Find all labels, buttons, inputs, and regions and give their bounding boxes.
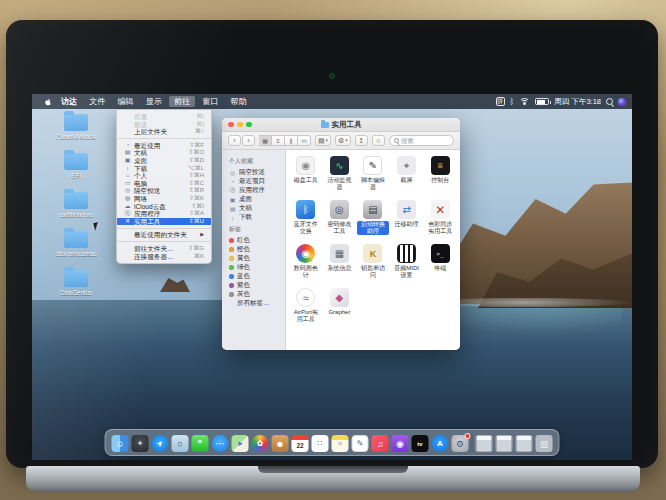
music-dock-icon[interactable]: ♫ [372,435,389,452]
launchpad-dock-icon[interactable]: ✦ [132,435,149,452]
reminders-dock-icon[interactable]: ∷ [312,435,329,452]
sidebar-item[interactable]: ↓ 下载 [229,213,285,222]
go-menu-item[interactable]: 后退 ⌘[ [117,113,211,121]
screenshot-icon[interactable]: ⌖ [397,156,416,175]
forward-button[interactable]: › [242,135,255,146]
go-menu-item[interactable]: 连接服务器… ⌘K [117,253,211,261]
contacts-dock-icon[interactable]: ☻ [272,435,289,452]
menu-bar-item[interactable]: 帮助 [225,96,251,107]
app-item[interactable]: 音频MIDI设置 [391,244,423,279]
go-menu-item[interactable]: 上层文件夹 ⌘↑ [117,128,211,136]
colorsync-utility-icon[interactable]: ✕ [431,200,450,219]
sidebar-item[interactable]: ◎ 隔空投送 [229,168,285,177]
app-item[interactable]: ▦ 系统信息 [324,244,356,279]
bluetooth-icon[interactable]: ᛒ [510,98,515,106]
view-mode-button[interactable]: ≡ [272,135,285,146]
apple-logo-icon[interactable] [44,97,52,107]
menu-bar-item[interactable]: 访达 [56,96,82,107]
go-menu-item[interactable]: ▣ 桌面 ⇧⌘D [117,157,211,165]
digital-color-meter-icon[interactable]: ◉ [296,244,315,263]
go-menu-item[interactable]: ↓ 下载 ⌥⌘L [117,165,211,173]
go-menu-item[interactable]: ◔ 最近使用 ⇧⌘F [117,142,211,150]
app-item[interactable]: ✎ 脚本编辑器 [357,156,389,191]
desktop-folder[interactable]: CleanMyMac4 [40,114,112,140]
podcasts-dock-icon[interactable]: ◉ [392,435,409,452]
airport-utility-icon[interactable]: ≈ [296,288,315,307]
go-menu-item[interactable]: ✕ 实用工具 ⇧⌘U [117,218,211,226]
minimize-button[interactable] [237,122,243,128]
input-method-icon[interactable]: 拼 [496,97,505,106]
go-menu-item[interactable]: ◍ 网络 ⇧⌘K [117,195,211,203]
tag-item[interactable]: 黄色 [229,254,285,263]
zoom-button[interactable] [246,122,252,128]
view-mode-button[interactable]: ▭ [298,135,311,146]
group-by-button[interactable]: ▤ ▾ [315,135,331,146]
action-button[interactable]: ⚙ ▾ [335,135,351,146]
maps-dock-icon[interactable]: ➤ [232,435,249,452]
tv-dock-icon[interactable]: tv [412,435,429,452]
search-input[interactable] [401,137,449,144]
go-menu-item[interactable]: ☁ iCloud云盘 ⇧⌘I [117,203,211,211]
app-item[interactable]: ≣ 控制台 [424,156,456,191]
app-item[interactable]: K 钥匙串访问 [357,244,389,279]
messages-dock-icon[interactable]: ❞ [192,435,209,452]
desktop-folder[interactable]: partitionguru [40,192,112,218]
minimized-window-icon[interactable] [496,435,513,452]
wifi-icon[interactable] [519,98,530,106]
battery-icon[interactable] [535,98,549,105]
go-menu-item[interactable] [117,228,211,229]
terminal-icon[interactable]: >_ [431,244,450,263]
app-item[interactable]: >_ 终端 [424,244,456,279]
textedit-dock-icon[interactable]: ✎ [352,435,369,452]
sidebar-item[interactable]: ▣ 桌面 [229,195,285,204]
boot-camp-assistant-icon[interactable]: ▤ [363,200,382,219]
app-item[interactable]: ◎ 密码修改工具 [324,200,356,235]
spotlight-icon[interactable] [606,98,613,105]
bluetooth-file-exchange-icon[interactable]: ᛒ [296,200,315,219]
menu-bar-item[interactable]: 编辑 [112,96,138,107]
sidebar-item[interactable]: Ⓐ 应用程序 [229,186,285,195]
calendar-dock-icon[interactable]: 22 [292,435,309,452]
tag-item[interactable]: 蓝色 [229,272,285,281]
app-item[interactable]: ⌖ 截屏 [391,156,423,191]
system-preferences-dock-icon[interactable]: ⚙ [452,435,469,452]
finder-dock-icon[interactable]: ☺ [112,435,129,452]
desktop-folder[interactable]: EFI [40,153,112,179]
dock-divider[interactable] [472,433,473,452]
go-menu-item[interactable]: 前进 ⌘] [117,121,211,129]
tag-item[interactable]: 绿色 [229,263,285,272]
view-mode-button[interactable]: ∥ [285,135,298,146]
go-menu-item[interactable]: Ⓐ 应用程序 ⇧⌘A [117,210,211,218]
tags-button[interactable]: ○ [372,135,385,146]
app-item[interactable]: ▤ 启动转换助理 [357,200,389,235]
system-information-icon[interactable]: ▦ [330,244,349,263]
app-item[interactable]: ◆ Grapher [324,288,356,323]
script-editor-icon[interactable]: ✎ [363,156,382,175]
desktop-folder[interactable]: diskgeniusmac [40,231,112,257]
grapher-icon[interactable]: ◆ [330,288,349,307]
console-icon[interactable]: ≣ [431,156,450,175]
app-item[interactable]: ⇄ 迁移助理 [391,200,423,235]
app-store-dock-icon[interactable]: A [432,435,449,452]
desktop-folder[interactable]: DiskGenius [40,270,112,296]
migration-assistant-icon[interactable]: ⇄ [397,200,416,219]
app-item[interactable]: ᛒ 蓝牙文件交换 [290,200,322,235]
minimized-window-icon[interactable] [516,435,533,452]
tag-item[interactable]: 橙色 [229,245,285,254]
menu-bar-item[interactable]: 文件 [84,96,110,107]
menu-bar-item[interactable]: 前往 [169,96,195,107]
menu-bar-item[interactable]: 显示 [141,96,167,107]
activity-monitor-icon[interactable]: ∿ [330,156,349,175]
back-button[interactable]: ‹ [228,135,241,146]
app-item[interactable]: ◉ 数码测色计 [290,244,322,279]
chat-dock-icon[interactable]: ⋯ [212,435,229,452]
app-item[interactable]: ∿ 活动监视器 [324,156,356,191]
go-menu-item[interactable]: ⌂ 个人 ⇧⌘H [117,172,211,180]
preview-dock-icon[interactable]: ○ [172,435,189,452]
minimized-window-icon[interactable] [476,435,493,452]
go-menu-item[interactable] [117,138,211,139]
sidebar-item[interactable]: ▤ 文稿 [229,204,285,213]
disk-utility-icon[interactable]: ◉ [296,156,315,175]
go-menu-item[interactable]: 最近使用的文件夹 ▶ [117,231,211,239]
search-field[interactable] [389,135,454,146]
